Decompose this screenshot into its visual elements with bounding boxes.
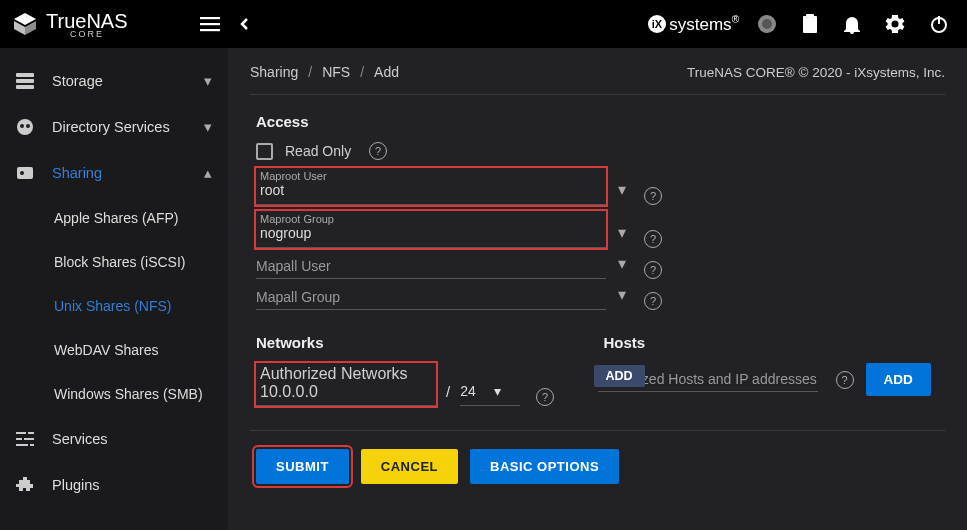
menu-icon[interactable] — [200, 14, 220, 34]
svg-rect-10 — [803, 16, 817, 33]
svg-point-22 — [20, 171, 24, 175]
svg-point-19 — [20, 124, 24, 128]
authorized-networks-field[interactable]: Authorized Networks 10.0.0.0 — [256, 363, 436, 406]
sidebar-item-plugins[interactable]: Plugins — [0, 462, 228, 508]
hosts-title: Hosts — [604, 334, 946, 351]
dropdown-icon[interactable]: ▾ — [618, 254, 626, 273]
breadcrumb-nfs[interactable]: NFS — [322, 64, 350, 80]
add-host-button[interactable]: ADD — [866, 363, 931, 396]
clipboard-icon[interactable] — [801, 14, 819, 34]
basic-options-button[interactable]: BASIC OPTIONS — [470, 449, 619, 484]
help-icon[interactable]: ? — [644, 187, 662, 205]
chevron-down-icon: ▾ — [204, 73, 212, 89]
breadcrumb: Sharing / NFS / Add TrueNAS CORE® © 2020… — [250, 64, 945, 95]
add-chip[interactable]: ADD — [594, 365, 645, 387]
gear-icon[interactable] — [885, 14, 905, 34]
svg-rect-21 — [17, 167, 33, 179]
svg-rect-23 — [16, 432, 26, 434]
mapall-user-field[interactable]: Mapall User — [256, 256, 606, 279]
help-icon[interactable]: ? — [369, 142, 387, 160]
access-title: Access — [256, 113, 945, 130]
back-icon[interactable] — [238, 17, 252, 31]
cidr-separator: / — [446, 383, 450, 400]
sidebar-label-services: Services — [52, 431, 108, 447]
sidebar-item-directory[interactable]: Directory Services ▾ — [0, 104, 228, 150]
svg-rect-15 — [16, 73, 34, 77]
cidr-select[interactable]: 24 ▾ — [460, 383, 520, 406]
help-icon[interactable]: ? — [836, 371, 854, 389]
chevron-down-icon: ▾ — [494, 383, 501, 399]
sidebar: Storage ▾ Directory Services ▾ Sharing ▴… — [0, 48, 228, 530]
networks-title: Networks — [256, 334, 598, 351]
dropdown-icon[interactable]: ▾ — [618, 285, 626, 304]
vendor-text: systems® — [669, 14, 739, 35]
svg-rect-28 — [30, 444, 34, 446]
help-icon[interactable]: ? — [644, 230, 662, 248]
svg-rect-17 — [16, 85, 34, 89]
sidebar-label-sharing: Sharing — [52, 165, 102, 181]
submit-button[interactable]: SUBMIT — [256, 449, 349, 484]
maproot-group-field[interactable]: Maproot Group nogroup — [256, 211, 606, 248]
svg-point-9 — [762, 19, 772, 29]
ixsystems-logo[interactable]: iX systems® — [647, 14, 739, 35]
svg-rect-16 — [16, 79, 34, 83]
svg-rect-26 — [24, 438, 34, 440]
cancel-button[interactable]: CANCEL — [361, 449, 458, 484]
svg-rect-3 — [200, 17, 220, 19]
sidebar-label-plugins: Plugins — [52, 477, 100, 493]
svg-rect-24 — [28, 432, 34, 434]
readonly-checkbox[interactable] — [256, 143, 273, 160]
status-icon[interactable] — [757, 14, 777, 34]
sidebar-item-afp[interactable]: Apple Shares (AFP) — [0, 196, 228, 240]
readonly-label: Read Only — [285, 143, 351, 159]
sidebar-item-storage[interactable]: Storage ▾ — [0, 58, 228, 104]
chevron-down-icon: ▾ — [204, 119, 212, 135]
sidebar-item-webdav[interactable]: WebDAV Shares — [0, 328, 228, 372]
truenas-icon — [12, 13, 38, 35]
svg-text:iX: iX — [652, 18, 663, 30]
chevron-up-icon: ▴ — [204, 165, 212, 181]
topbar: TrueNAS CORE iX systems® — [0, 0, 967, 48]
svg-rect-27 — [16, 444, 28, 446]
svg-rect-12 — [806, 14, 814, 18]
maproot-user-field[interactable]: Maproot User root — [256, 168, 606, 205]
svg-rect-5 — [200, 29, 220, 31]
bell-icon[interactable] — [843, 14, 861, 34]
sidebar-item-services[interactable]: Services — [0, 416, 228, 462]
help-icon[interactable]: ? — [644, 261, 662, 279]
sidebar-item-nfs[interactable]: Unix Shares (NFS) — [0, 284, 228, 328]
dropdown-icon[interactable]: ▾ — [618, 223, 626, 242]
app-logo[interactable]: TrueNAS CORE — [12, 10, 128, 39]
sidebar-item-iscsi[interactable]: Block Shares (iSCSI) — [0, 240, 228, 284]
help-icon[interactable]: ? — [644, 292, 662, 310]
sidebar-item-sharing[interactable]: Sharing ▴ — [0, 150, 228, 196]
svg-point-20 — [26, 124, 30, 128]
main-content: Sharing / NFS / Add TrueNAS CORE® © 2020… — [228, 48, 967, 530]
mapall-group-field[interactable]: Mapall Group — [256, 287, 606, 310]
copyright: TrueNAS CORE® © 2020 - iXsystems, Inc. — [687, 65, 945, 80]
footer-actions: SUBMIT CANCEL BASIC OPTIONS — [250, 430, 945, 502]
help-icon[interactable]: ? — [536, 388, 554, 406]
sidebar-item-smb[interactable]: Windows Shares (SMB) — [0, 372, 228, 416]
breadcrumb-add: Add — [374, 64, 399, 80]
svg-rect-25 — [16, 438, 22, 440]
sidebar-label-storage: Storage — [52, 73, 103, 89]
dropdown-icon[interactable]: ▾ — [618, 180, 626, 199]
breadcrumb-sharing[interactable]: Sharing — [250, 64, 298, 80]
svg-point-18 — [17, 119, 33, 135]
svg-rect-4 — [200, 23, 220, 25]
power-icon[interactable] — [929, 14, 949, 34]
sidebar-label-directory: Directory Services — [52, 119, 170, 135]
